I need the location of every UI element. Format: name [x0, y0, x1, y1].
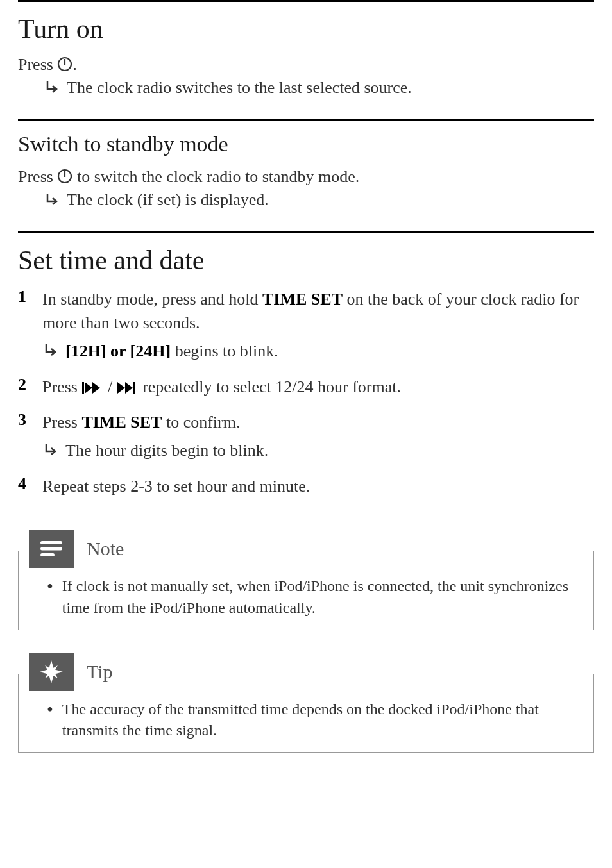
- callout-header: Tip: [29, 653, 583, 691]
- note-text: If clock is not manually set, when iPod/…: [62, 576, 583, 619]
- standby-result-text: The clock (if set) is displayed.: [67, 188, 269, 212]
- skip-forward-icon: [117, 378, 139, 394]
- standby-result-row: The clock (if set) is displayed.: [44, 188, 594, 212]
- note-callout: Note • If clock is not manually set, whe…: [18, 551, 594, 630]
- power-icon: [57, 55, 72, 71]
- result-arrow-icon: [44, 191, 62, 209]
- turn-on-result-row: The clock radio switches to the last sel…: [44, 76, 594, 99]
- section-standby: Switch to standby mode Press to switch t…: [18, 132, 594, 212]
- svg-marker-7: [117, 382, 125, 394]
- svg-rect-11: [40, 547, 62, 551]
- result-arrow-icon: [44, 79, 62, 97]
- svg-marker-6: [92, 382, 100, 394]
- step3-result-row: The hour digits begin to blink.: [42, 438, 594, 463]
- note-item: • If clock is not manually set, when iPo…: [47, 576, 583, 619]
- tip-icon: [29, 653, 74, 691]
- step-body: Repeat steps 2-3 to set hour and minute.: [42, 474, 594, 499]
- step-body: Press / repeatedly to select 12/24 hour …: [42, 375, 594, 399]
- step-number: 1: [18, 287, 31, 363]
- standby-instruction: Press to switch the clock radio to stand…: [18, 165, 594, 188]
- note-icon: [29, 530, 74, 568]
- steps-list: 1 In standby mode, press and hold TIME S…: [18, 287, 594, 499]
- subsection-divider: [18, 119, 594, 121]
- step1-bold: TIME SET: [262, 290, 343, 308]
- result-arrow-icon: [42, 342, 60, 360]
- tip-body-list: • The accuracy of the transmitted time d…: [29, 699, 583, 742]
- skip-back-icon: [81, 378, 103, 394]
- step1-result-bold: [12H] or [24H]: [65, 342, 171, 360]
- step-number: 2: [18, 375, 31, 399]
- standby-press-post: to switch the clock radio to standby mod…: [72, 167, 359, 186]
- note-body-list: • If clock is not manually set, when iPo…: [29, 576, 583, 619]
- svg-rect-4: [82, 382, 84, 394]
- press-label-pre: Press: [18, 55, 57, 74]
- tip-callout: Tip • The accuracy of the transmitted ti…: [18, 674, 594, 753]
- section-divider: [18, 0, 594, 2]
- turn-on-instruction: Press .: [18, 53, 594, 76]
- step-body: Press TIME SET to confirm. The hour digi…: [42, 410, 594, 462]
- turn-on-result-text: The clock radio switches to the last sel…: [67, 76, 412, 99]
- step1-result: [12H] or [24H] begins to blink.: [65, 339, 278, 363]
- bullet-icon: •: [47, 576, 53, 619]
- note-title: Note: [83, 538, 128, 560]
- step-number: 4: [18, 474, 31, 499]
- step1-pre: In standby mode, press and hold: [42, 290, 262, 308]
- section-turn-on: Turn on Press . The clock radio switches…: [18, 13, 594, 100]
- step-3: 3 Press TIME SET to confirm. The hour di…: [18, 410, 594, 462]
- svg-marker-8: [125, 382, 133, 394]
- tip-item: • The accuracy of the transmitted time d…: [47, 699, 583, 742]
- svg-marker-5: [85, 382, 92, 394]
- step-4: 4 Repeat steps 2-3 to set hour and minut…: [18, 474, 594, 499]
- step3-pre: Press: [42, 413, 81, 431]
- step2-post: repeatedly to select 12/24 hour format.: [139, 378, 401, 396]
- power-icon: [57, 167, 72, 183]
- step1-result-rest: begins to blink.: [171, 342, 278, 360]
- step4-text: Repeat steps 2-3 to set hour and minute.: [42, 477, 310, 496]
- section-set-time: Set time and date 1 In standby mode, pre…: [18, 245, 594, 499]
- step3-bold: TIME SET: [81, 413, 162, 431]
- press-label-post: .: [72, 55, 77, 74]
- heading-standby: Switch to standby mode: [18, 132, 594, 156]
- tip-title: Tip: [83, 661, 117, 683]
- heading-set-time: Set time and date: [18, 245, 594, 276]
- step3-post: to confirm.: [162, 413, 240, 431]
- section-divider: [18, 231, 594, 233]
- svg-rect-12: [40, 553, 55, 556]
- standby-press-pre: Press: [18, 167, 57, 186]
- svg-rect-10: [40, 541, 62, 544]
- bullet-icon: •: [47, 699, 53, 742]
- step-2: 2 Press / repeatedly to select 12/24 hou…: [18, 375, 594, 399]
- step-1: 1 In standby mode, press and hold TIME S…: [18, 287, 594, 363]
- tip-text: The accuracy of the transmitted time dep…: [62, 699, 583, 742]
- step3-result: The hour digits begin to blink.: [65, 438, 268, 463]
- step2-pre: Press: [42, 378, 81, 396]
- step-body: In standby mode, press and hold TIME SET…: [42, 287, 594, 363]
- step-number: 3: [18, 410, 31, 462]
- callout-header: Note: [29, 530, 583, 568]
- step1-result-row: [12H] or [24H] begins to blink.: [42, 339, 594, 363]
- result-arrow-icon: [42, 441, 60, 459]
- heading-turn-on: Turn on: [18, 13, 594, 44]
- svg-rect-9: [133, 382, 135, 394]
